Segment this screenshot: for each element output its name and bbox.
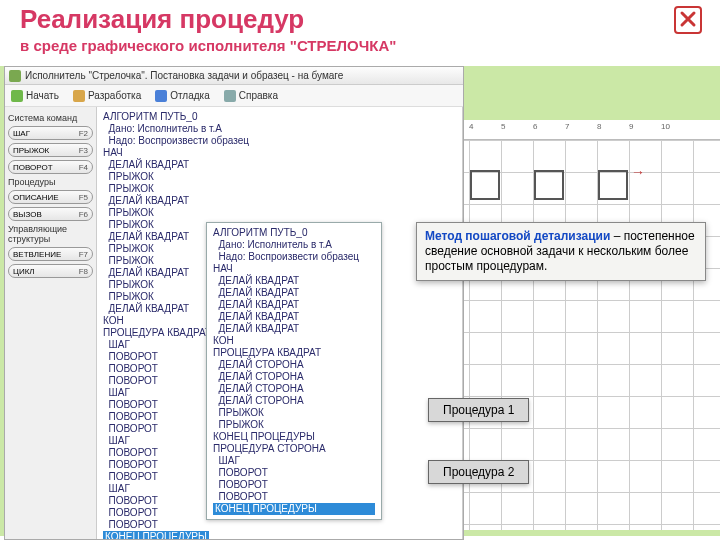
drawn-square xyxy=(534,170,564,200)
code-line: ДЕЛАЙ СТОРОНА xyxy=(213,371,375,383)
ruler-tick: 6 xyxy=(533,122,537,131)
code-line: ПОВОРОТ xyxy=(213,467,375,479)
toolbar-debug[interactable]: Отладка xyxy=(155,90,210,102)
code-highlight-main: КОНЕЦ ПРОЦЕДУРЫ xyxy=(103,531,209,539)
code-line: НАЧ xyxy=(103,147,456,159)
close-icon xyxy=(679,10,697,30)
code-line: ДЕЛАЙ КВАДРАТ xyxy=(213,323,375,335)
code-line: ПРЫЖОК xyxy=(103,171,456,183)
code-line: ДЕЛАЙ КВАДРАТ xyxy=(213,311,375,323)
window-titlebar: Исполнитель "Стрелочка". Постановка зада… xyxy=(5,67,463,85)
ruler-tick: 8 xyxy=(597,122,601,131)
code-line: АЛГОРИТМ ПУТЬ_0 xyxy=(103,111,456,123)
code-line: Дано: Исполнитель в т.А xyxy=(103,123,456,135)
button-label: ВЫЗОВ xyxy=(13,210,42,219)
code-line: ДЕЛАЙ КВАДРАТ xyxy=(103,159,456,171)
help-icon xyxy=(224,90,236,102)
debug-icon xyxy=(155,90,167,102)
app-icon xyxy=(9,70,21,82)
code-line: ПРОЦЕДУРА КВАДРАТ xyxy=(213,347,375,359)
ruler-tick: 7 xyxy=(565,122,569,131)
code-line: ДЕЛАЙ СТОРОНА xyxy=(213,359,375,371)
code-editor-overlay[interactable]: АЛГОРИТМ ПУТЬ_0 Дано: Исполнитель в т.А … xyxy=(206,222,382,520)
sidebar-command-button[interactable]: ВЕТВЛЕНИЕF7 xyxy=(8,247,93,261)
code-line: ПОВОРОТ xyxy=(213,479,375,491)
info-lead: Метод пошаговой детализации xyxy=(425,229,610,243)
button-label: ПОВОРОТ xyxy=(13,163,53,172)
code-line: ДЕЛАЙ КВАДРАТ xyxy=(103,195,456,207)
code-line: ПРЫЖОК xyxy=(213,419,375,431)
sidebar-group-commands: Система команд xyxy=(8,113,93,123)
shortcut-label: F4 xyxy=(79,163,88,172)
code-line: КОН xyxy=(213,335,375,347)
info-callout: Метод пошаговой детализации – постепенно… xyxy=(416,222,706,281)
drawn-square xyxy=(470,170,500,200)
button-label: ОПИСАНИЕ xyxy=(13,193,59,202)
toolbar: Начать Разработка Отладка Справка xyxy=(5,85,463,107)
arrow-icon: → xyxy=(631,164,645,180)
toolbar-dev[interactable]: Разработка xyxy=(73,90,141,102)
code-line: Дано: Исполнитель в т.А xyxy=(213,239,375,251)
code-line: НАЧ xyxy=(213,263,375,275)
sidebar-command-button[interactable]: ОПИСАНИЕF5 xyxy=(8,190,93,204)
code-line: ДЕЛАЙ КВАДРАТ xyxy=(213,275,375,287)
play-icon xyxy=(11,90,23,102)
code-line: ПРОЦЕДУРА СТОРОНА xyxy=(213,443,375,455)
code-line: АЛГОРИТМ ПУТЬ_0 xyxy=(213,227,375,239)
sidebar-group-structures: Управляющие структуры xyxy=(8,224,93,244)
toolbar-help[interactable]: Справка xyxy=(224,90,278,102)
sidebar-command-button[interactable]: ЦИКЛF8 xyxy=(8,264,93,278)
sidebar-command-button[interactable]: ШАГF2 xyxy=(8,126,93,140)
code-line: ДЕЛАЙ КВАДРАТ xyxy=(213,287,375,299)
button-label: ЦИКЛ xyxy=(13,267,35,276)
code-line: ДЕЛАЙ КВАДРАТ xyxy=(213,299,375,311)
code-line: ПОВОРОТ xyxy=(213,491,375,503)
code-line: ДЕЛАЙ СТОРОНА xyxy=(213,383,375,395)
shortcut-label: F6 xyxy=(79,210,88,219)
ruler-tick: 10 xyxy=(661,122,670,131)
drawn-square xyxy=(598,170,628,200)
code-line: ДЕЛАЙ СТОРОНА xyxy=(213,395,375,407)
page-title: Реализация процедур xyxy=(20,4,700,35)
procedure-1-button[interactable]: Процедура 1 xyxy=(428,398,529,422)
shortcut-label: F8 xyxy=(79,267,88,276)
sidebar-command-button[interactable]: ПОВОРОТF4 xyxy=(8,160,93,174)
code-line: ПРЫЖОК xyxy=(103,207,456,219)
code-line: Надо: Воспроизвести образец xyxy=(213,251,375,263)
close-button[interactable] xyxy=(674,6,702,34)
code-line: ПРЫЖОК xyxy=(213,407,375,419)
sidebar-command-button[interactable]: ПРЫЖОКF3 xyxy=(8,143,93,157)
slide-header: Реализация процедур в среде графического… xyxy=(0,0,720,56)
shortcut-label: F3 xyxy=(79,146,88,155)
command-sidebar: Система команд ШАГF2ПРЫЖОКF3ПОВОРОТF4 Пр… xyxy=(5,107,97,539)
page-subtitle: в среде графического исполнителя "СТРЕЛО… xyxy=(20,37,700,54)
code-line: Надо: Воспроизвести образец xyxy=(103,135,456,147)
code-line: ШАГ xyxy=(213,455,375,467)
code-line: КОНЕЦ ПРОЦЕДУРЫ xyxy=(213,431,375,443)
ruler-tick: 5 xyxy=(501,122,505,131)
button-label: ПРЫЖОК xyxy=(13,146,49,155)
window-title: Исполнитель "Стрелочка". Постановка зада… xyxy=(25,70,343,81)
procedure-2-button[interactable]: Процедура 2 xyxy=(428,460,529,484)
dev-icon xyxy=(73,90,85,102)
button-label: ВЕТВЛЕНИЕ xyxy=(13,250,61,259)
shortcut-label: F7 xyxy=(79,250,88,259)
sidebar-group-procedures: Процедуры xyxy=(8,177,93,187)
ruler-tick: 4 xyxy=(469,122,473,131)
ruler-tick: 9 xyxy=(629,122,633,131)
code-line: ПРЫЖОК xyxy=(103,183,456,195)
code-highlight-overlay: КОНЕЦ ПРОЦЕДУРЫ xyxy=(213,503,375,515)
button-label: ШАГ xyxy=(13,129,30,138)
sidebar-command-button[interactable]: ВЫЗОВF6 xyxy=(8,207,93,221)
code-line: ПОВОРОТ xyxy=(103,519,456,531)
toolbar-start[interactable]: Начать xyxy=(11,90,59,102)
shortcut-label: F2 xyxy=(79,129,88,138)
shortcut-label: F5 xyxy=(79,193,88,202)
